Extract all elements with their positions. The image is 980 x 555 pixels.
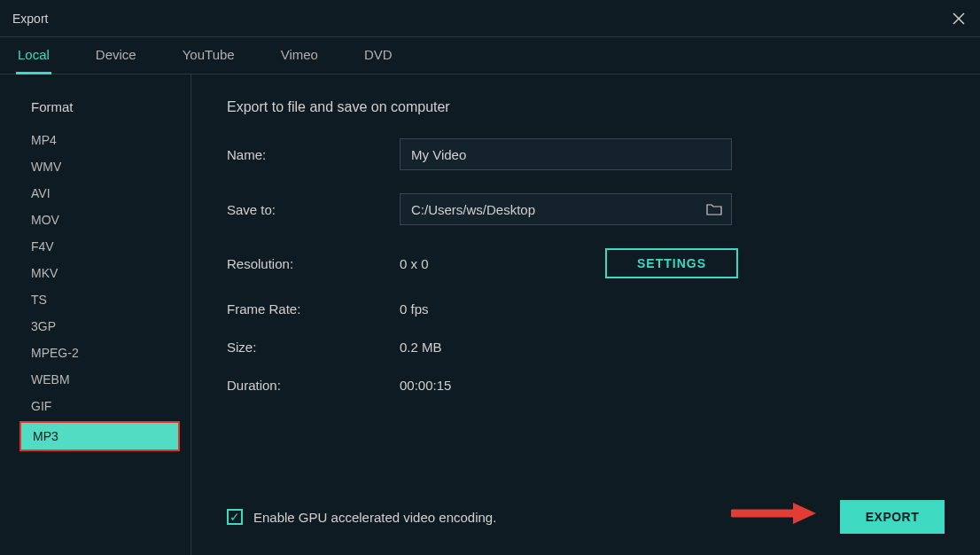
tabs-bar: Local Device YouTube Vimeo DVD <box>0 37 980 74</box>
saveto-path: C:/Users/ws/Desktop <box>411 202 535 217</box>
name-input[interactable] <box>400 138 732 170</box>
tab-vimeo[interactable]: Vimeo <box>279 37 320 74</box>
tab-device[interactable]: Device <box>94 37 138 74</box>
resolution-row: Resolution: 0 x 0 SETTINGS <box>227 248 945 278</box>
saveto-row: Save to: C:/Users/ws/Desktop <box>227 193 945 225</box>
export-button[interactable]: EXPORT <box>840 500 945 534</box>
format-item-wmv[interactable]: WMV <box>0 153 191 180</box>
resolution-value: 0 x 0 <box>400 256 605 271</box>
close-button[interactable] <box>950 10 968 27</box>
panel-title: Export to file and save on computer <box>227 99 945 115</box>
name-row: Name: <box>227 138 945 170</box>
duration-row: Duration: 00:00:15 <box>227 378 945 393</box>
folder-icon[interactable] <box>706 202 722 216</box>
size-value: 0.2 MB <box>400 340 442 355</box>
tab-dvd[interactable]: DVD <box>362 37 394 74</box>
tab-local[interactable]: Local <box>16 37 51 74</box>
framerate-value: 0 fps <box>400 301 429 317</box>
check-icon: ✓ <box>229 511 240 523</box>
format-sidebar: Format MP4 WMV AVI MOV F4V MKV TS 3GP MP… <box>0 74 191 555</box>
format-item-gif[interactable]: GIF <box>0 393 191 419</box>
settings-button[interactable]: SETTINGS <box>605 248 738 278</box>
format-item-mpeg2[interactable]: MPEG-2 <box>0 340 191 366</box>
format-item-mkv[interactable]: MKV <box>0 260 191 286</box>
size-label: Size: <box>227 340 400 355</box>
duration-label: Duration: <box>227 378 400 393</box>
saveto-field[interactable]: C:/Users/ws/Desktop <box>400 193 732 225</box>
format-item-webm[interactable]: WEBM <box>0 366 191 393</box>
gpu-checkbox-wrap: ✓ Enable GPU accelerated video encoding. <box>227 509 496 525</box>
saveto-label: Save to: <box>227 202 400 217</box>
gpu-checkbox[interactable]: ✓ <box>227 509 243 525</box>
titlebar: Export <box>0 0 980 37</box>
format-header: Format <box>0 99 191 127</box>
close-icon <box>953 12 965 25</box>
format-item-3gp[interactable]: 3GP <box>0 313 191 340</box>
resolution-label: Resolution: <box>227 256 400 271</box>
main-area: Format MP4 WMV AVI MOV F4V MKV TS 3GP MP… <box>0 74 980 555</box>
format-item-ts[interactable]: TS <box>0 286 191 313</box>
format-item-mp4[interactable]: MP4 <box>0 127 191 153</box>
format-item-mp3[interactable]: MP3 <box>19 421 180 451</box>
duration-value: 00:00:15 <box>400 378 451 393</box>
gpu-label: Enable GPU accelerated video encoding. <box>253 510 496 525</box>
name-label: Name: <box>227 147 400 162</box>
window-title: Export <box>12 12 48 26</box>
format-item-f4v[interactable]: F4V <box>0 233 191 260</box>
size-row: Size: 0.2 MB <box>227 340 945 355</box>
footer-bar: ✓ Enable GPU accelerated video encoding.… <box>227 500 945 534</box>
framerate-row: Frame Rate: 0 fps <box>227 301 945 317</box>
format-item-mov[interactable]: MOV <box>0 207 191 233</box>
export-panel: Export to file and save on computer Name… <box>191 74 980 555</box>
format-item-avi[interactable]: AVI <box>0 180 191 207</box>
tab-youtube[interactable]: YouTube <box>181 37 237 74</box>
framerate-label: Frame Rate: <box>227 301 400 317</box>
